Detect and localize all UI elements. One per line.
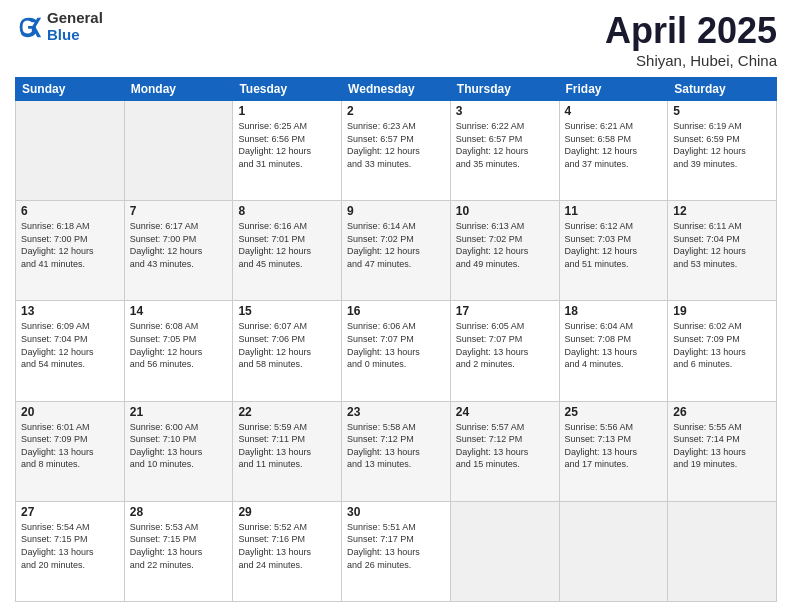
calendar-header-row: Sunday Monday Tuesday Wednesday Thursday… bbox=[16, 78, 777, 101]
table-row: 8Sunrise: 6:16 AM Sunset: 7:01 PM Daylig… bbox=[233, 201, 342, 301]
day-number: 4 bbox=[565, 104, 663, 118]
col-tuesday: Tuesday bbox=[233, 78, 342, 101]
col-monday: Monday bbox=[124, 78, 233, 101]
day-number: 18 bbox=[565, 304, 663, 318]
day-info: Sunrise: 6:25 AM Sunset: 6:56 PM Dayligh… bbox=[238, 120, 336, 170]
day-info: Sunrise: 6:12 AM Sunset: 7:03 PM Dayligh… bbox=[565, 220, 663, 270]
day-info: Sunrise: 6:05 AM Sunset: 7:07 PM Dayligh… bbox=[456, 320, 554, 370]
calendar-week-row: 27Sunrise: 5:54 AM Sunset: 7:15 PM Dayli… bbox=[16, 501, 777, 601]
day-info: Sunrise: 5:55 AM Sunset: 7:14 PM Dayligh… bbox=[673, 421, 771, 471]
table-row: 17Sunrise: 6:05 AM Sunset: 7:07 PM Dayli… bbox=[450, 301, 559, 401]
month-title: April 2025 bbox=[605, 10, 777, 52]
day-number: 11 bbox=[565, 204, 663, 218]
table-row: 1Sunrise: 6:25 AM Sunset: 6:56 PM Daylig… bbox=[233, 101, 342, 201]
calendar-week-row: 1Sunrise: 6:25 AM Sunset: 6:56 PM Daylig… bbox=[16, 101, 777, 201]
day-number: 3 bbox=[456, 104, 554, 118]
col-friday: Friday bbox=[559, 78, 668, 101]
day-number: 13 bbox=[21, 304, 119, 318]
day-number: 16 bbox=[347, 304, 445, 318]
table-row: 24Sunrise: 5:57 AM Sunset: 7:12 PM Dayli… bbox=[450, 401, 559, 501]
day-number: 20 bbox=[21, 405, 119, 419]
logo-text: General Blue bbox=[47, 10, 103, 43]
table-row bbox=[668, 501, 777, 601]
day-number: 27 bbox=[21, 505, 119, 519]
table-row: 30Sunrise: 5:51 AM Sunset: 7:17 PM Dayli… bbox=[342, 501, 451, 601]
day-info: Sunrise: 5:52 AM Sunset: 7:16 PM Dayligh… bbox=[238, 521, 336, 571]
day-number: 23 bbox=[347, 405, 445, 419]
logo-blue-text: Blue bbox=[47, 27, 103, 44]
table-row: 6Sunrise: 6:18 AM Sunset: 7:00 PM Daylig… bbox=[16, 201, 125, 301]
table-row bbox=[559, 501, 668, 601]
day-info: Sunrise: 6:08 AM Sunset: 7:05 PM Dayligh… bbox=[130, 320, 228, 370]
day-info: Sunrise: 5:53 AM Sunset: 7:15 PM Dayligh… bbox=[130, 521, 228, 571]
day-number: 12 bbox=[673, 204, 771, 218]
table-row: 4Sunrise: 6:21 AM Sunset: 6:58 PM Daylig… bbox=[559, 101, 668, 201]
day-info: Sunrise: 6:07 AM Sunset: 7:06 PM Dayligh… bbox=[238, 320, 336, 370]
title-area: April 2025 Shiyan, Hubei, China bbox=[605, 10, 777, 69]
day-number: 1 bbox=[238, 104, 336, 118]
day-info: Sunrise: 6:16 AM Sunset: 7:01 PM Dayligh… bbox=[238, 220, 336, 270]
day-info: Sunrise: 5:51 AM Sunset: 7:17 PM Dayligh… bbox=[347, 521, 445, 571]
day-info: Sunrise: 6:09 AM Sunset: 7:04 PM Dayligh… bbox=[21, 320, 119, 370]
day-number: 8 bbox=[238, 204, 336, 218]
day-info: Sunrise: 6:04 AM Sunset: 7:08 PM Dayligh… bbox=[565, 320, 663, 370]
day-info: Sunrise: 5:57 AM Sunset: 7:12 PM Dayligh… bbox=[456, 421, 554, 471]
day-info: Sunrise: 6:06 AM Sunset: 7:07 PM Dayligh… bbox=[347, 320, 445, 370]
table-row: 13Sunrise: 6:09 AM Sunset: 7:04 PM Dayli… bbox=[16, 301, 125, 401]
table-row: 15Sunrise: 6:07 AM Sunset: 7:06 PM Dayli… bbox=[233, 301, 342, 401]
day-number: 7 bbox=[130, 204, 228, 218]
calendar-week-row: 20Sunrise: 6:01 AM Sunset: 7:09 PM Dayli… bbox=[16, 401, 777, 501]
table-row: 28Sunrise: 5:53 AM Sunset: 7:15 PM Dayli… bbox=[124, 501, 233, 601]
day-info: Sunrise: 6:22 AM Sunset: 6:57 PM Dayligh… bbox=[456, 120, 554, 170]
day-number: 9 bbox=[347, 204, 445, 218]
table-row: 23Sunrise: 5:58 AM Sunset: 7:12 PM Dayli… bbox=[342, 401, 451, 501]
day-info: Sunrise: 5:59 AM Sunset: 7:11 PM Dayligh… bbox=[238, 421, 336, 471]
table-row: 14Sunrise: 6:08 AM Sunset: 7:05 PM Dayli… bbox=[124, 301, 233, 401]
calendar-table: Sunday Monday Tuesday Wednesday Thursday… bbox=[15, 77, 777, 602]
table-row: 21Sunrise: 6:00 AM Sunset: 7:10 PM Dayli… bbox=[124, 401, 233, 501]
col-wednesday: Wednesday bbox=[342, 78, 451, 101]
day-info: Sunrise: 6:21 AM Sunset: 6:58 PM Dayligh… bbox=[565, 120, 663, 170]
header: General Blue April 2025 Shiyan, Hubei, C… bbox=[15, 10, 777, 69]
table-row: 22Sunrise: 5:59 AM Sunset: 7:11 PM Dayli… bbox=[233, 401, 342, 501]
calendar-week-row: 13Sunrise: 6:09 AM Sunset: 7:04 PM Dayli… bbox=[16, 301, 777, 401]
table-row: 11Sunrise: 6:12 AM Sunset: 7:03 PM Dayli… bbox=[559, 201, 668, 301]
day-number: 17 bbox=[456, 304, 554, 318]
table-row: 5Sunrise: 6:19 AM Sunset: 6:59 PM Daylig… bbox=[668, 101, 777, 201]
table-row: 18Sunrise: 6:04 AM Sunset: 7:08 PM Dayli… bbox=[559, 301, 668, 401]
day-number: 24 bbox=[456, 405, 554, 419]
day-number: 30 bbox=[347, 505, 445, 519]
day-number: 19 bbox=[673, 304, 771, 318]
table-row: 10Sunrise: 6:13 AM Sunset: 7:02 PM Dayli… bbox=[450, 201, 559, 301]
day-info: Sunrise: 6:23 AM Sunset: 6:57 PM Dayligh… bbox=[347, 120, 445, 170]
day-number: 5 bbox=[673, 104, 771, 118]
day-info: Sunrise: 6:00 AM Sunset: 7:10 PM Dayligh… bbox=[130, 421, 228, 471]
day-number: 10 bbox=[456, 204, 554, 218]
day-info: Sunrise: 6:11 AM Sunset: 7:04 PM Dayligh… bbox=[673, 220, 771, 270]
table-row: 27Sunrise: 5:54 AM Sunset: 7:15 PM Dayli… bbox=[16, 501, 125, 601]
table-row bbox=[16, 101, 125, 201]
logo: General Blue bbox=[15, 10, 103, 43]
day-info: Sunrise: 6:14 AM Sunset: 7:02 PM Dayligh… bbox=[347, 220, 445, 270]
table-row bbox=[450, 501, 559, 601]
day-info: Sunrise: 6:01 AM Sunset: 7:09 PM Dayligh… bbox=[21, 421, 119, 471]
day-number: 25 bbox=[565, 405, 663, 419]
day-number: 15 bbox=[238, 304, 336, 318]
table-row: 2Sunrise: 6:23 AM Sunset: 6:57 PM Daylig… bbox=[342, 101, 451, 201]
day-number: 22 bbox=[238, 405, 336, 419]
day-number: 6 bbox=[21, 204, 119, 218]
col-sunday: Sunday bbox=[16, 78, 125, 101]
day-number: 2 bbox=[347, 104, 445, 118]
day-info: Sunrise: 5:56 AM Sunset: 7:13 PM Dayligh… bbox=[565, 421, 663, 471]
day-number: 26 bbox=[673, 405, 771, 419]
day-info: Sunrise: 6:13 AM Sunset: 7:02 PM Dayligh… bbox=[456, 220, 554, 270]
table-row: 26Sunrise: 5:55 AM Sunset: 7:14 PM Dayli… bbox=[668, 401, 777, 501]
day-info: Sunrise: 6:18 AM Sunset: 7:00 PM Dayligh… bbox=[21, 220, 119, 270]
col-thursday: Thursday bbox=[450, 78, 559, 101]
day-info: Sunrise: 5:54 AM Sunset: 7:15 PM Dayligh… bbox=[21, 521, 119, 571]
location-subtitle: Shiyan, Hubei, China bbox=[605, 52, 777, 69]
day-number: 29 bbox=[238, 505, 336, 519]
logo-general-text: General bbox=[47, 10, 103, 27]
table-row: 25Sunrise: 5:56 AM Sunset: 7:13 PM Dayli… bbox=[559, 401, 668, 501]
table-row: 16Sunrise: 6:06 AM Sunset: 7:07 PM Dayli… bbox=[342, 301, 451, 401]
